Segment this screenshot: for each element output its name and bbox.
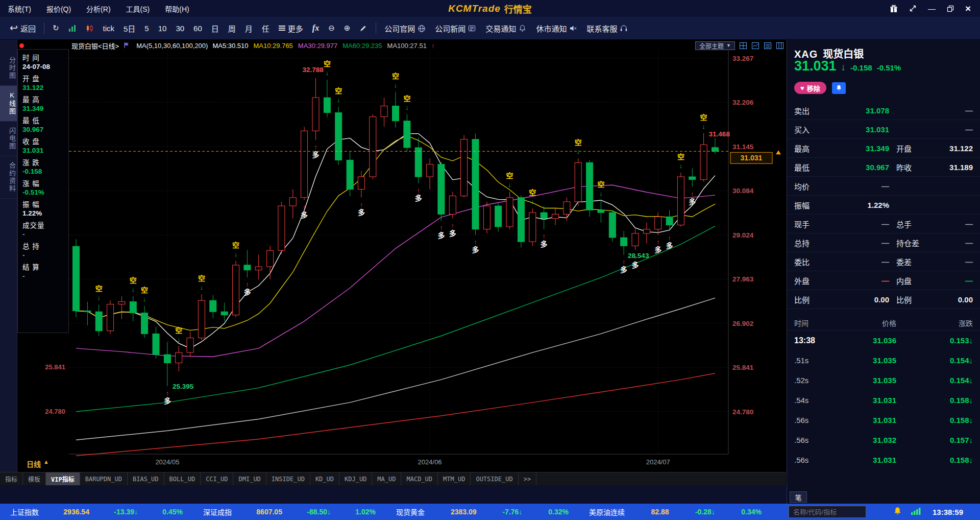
tick-price: 31.032 — [835, 436, 896, 444]
columns-pane-icon[interactable] — [776, 42, 784, 50]
menu-item-0[interactable]: 系统(T) — [0, 0, 39, 17]
indicator-tab-2[interactable]: VIP指标 — [46, 472, 80, 485]
more-button[interactable]: 更多 — [274, 21, 308, 36]
bar-chart-button[interactable] — [64, 22, 81, 34]
ma-value-0: MA5:30.510 — [212, 42, 248, 50]
period-button-0[interactable]: tick — [99, 21, 119, 36]
zoom-in-button[interactable]: ⊕ — [339, 21, 355, 35]
trade-notice-link[interactable]: 交易通知 — [481, 21, 531, 36]
tick-row-5: .56s31.0320.157↓ — [787, 430, 980, 450]
period-button-6[interactable]: 日 — [207, 21, 224, 36]
support-link[interactable]: 联系客服 — [582, 21, 632, 36]
period-button-1[interactable]: 5日 — [119, 21, 140, 36]
flag-icon — [124, 42, 132, 50]
period-button-2[interactable]: 5 — [140, 21, 153, 36]
indicator-tab-6[interactable]: CCI_UD — [201, 472, 233, 485]
indicator-tab-14[interactable]: OUTSIDE_UD — [471, 472, 518, 485]
index-quote-2[interactable]: 现货黄金2383.09-7.76↓0.32% — [386, 507, 579, 517]
indicator-tab-4[interactable]: BIAS_UD — [128, 472, 164, 485]
candlestick-chart-area[interactable]: 33.26732.20631.14530.08429.02427.96326.9… — [69, 51, 786, 472]
quote-row-value2: — — [932, 257, 973, 266]
list-pane-icon[interactable] — [764, 42, 772, 50]
ma-value-2: MA30:29.977 — [298, 42, 337, 50]
back-button[interactable]: ↩ 返回 — [5, 21, 40, 36]
info-label: 涨 跌 — [22, 157, 64, 167]
chart-pane-icon[interactable] — [751, 42, 760, 50]
minimize-button[interactable]: — — [928, 4, 936, 13]
sidebar-tab-1[interactable]: K线图 — [0, 86, 17, 122]
tick-row-4: .56s31.0310.158↓ — [787, 410, 980, 430]
tick-time: .56s — [794, 416, 835, 424]
period-button-9[interactable]: 任 — [257, 21, 274, 36]
period-button-4[interactable]: 30 — [171, 21, 189, 36]
tick-detail-tab[interactable]: 笔 — [790, 491, 807, 503]
svg-text:多: 多 — [620, 266, 627, 274]
index-change: -88.50↓ — [307, 508, 331, 516]
formula-button[interactable]: fx — [308, 21, 324, 35]
connection-signal-icon — [911, 507, 922, 517]
pencil-icon — [359, 25, 368, 32]
resize-arrows-icon[interactable] — [909, 5, 917, 12]
indicator-tab-5[interactable]: BOLL_UD — [164, 472, 201, 485]
period-button-7[interactable]: 周 — [224, 21, 240, 36]
quote-row-label: 现手 — [794, 219, 824, 229]
price-alert-button[interactable] — [832, 82, 846, 94]
index-quote-1[interactable]: 深证成指8607.05-88.50↓1.02% — [193, 507, 386, 517]
menu-item-4[interactable]: 帮助(H) — [157, 0, 197, 17]
indicator-tab-0[interactable]: 指标 — [0, 472, 23, 485]
price-down-arrow: ↓ — [841, 62, 846, 73]
indicator-tab-8[interactable]: INSIDE_UD — [266, 472, 310, 485]
index-change-pct: 0.34% — [741, 508, 762, 516]
period-corner[interactable]: 日线 ▲ — [27, 459, 49, 469]
quote-row-label: 买入 — [794, 124, 824, 135]
sidebar-tab-2[interactable]: 闪电图 — [0, 122, 17, 156]
zoom-out-button[interactable]: ⊖ — [324, 21, 339, 35]
indicator-tab-10[interactable]: KDJ_UD — [339, 472, 372, 485]
indicator-tab-13[interactable]: MTM_UD — [438, 472, 471, 485]
indicator-tab-7[interactable]: DMI_UD — [233, 472, 266, 485]
period-button-8[interactable]: 月 — [240, 21, 257, 36]
website-link[interactable]: 公司官网 — [380, 21, 430, 36]
symbol-search-input[interactable] — [789, 506, 866, 518]
indicator-tab-11[interactable]: MA_UD — [372, 472, 401, 485]
quote-row-value2: — — [932, 276, 973, 285]
quote-row-8: 委比—委差— — [787, 252, 980, 271]
index-quote-3[interactable]: 美原油连续82.88-0.28↓0.34% — [579, 507, 772, 517]
news-icon — [468, 25, 476, 32]
remove-favorite-button[interactable]: ♥ 移除 — [794, 82, 826, 94]
menu-item-1[interactable]: 报价(Q) — [39, 0, 79, 17]
candle-chart-button[interactable] — [81, 22, 99, 34]
indicator-tab-15[interactable]: >> — [519, 472, 536, 485]
sidebar-tab-3[interactable]: 合约资料 — [0, 156, 17, 199]
menu-item-3[interactable]: 工具(S) — [118, 0, 158, 17]
market-close-notice-link[interactable]: 休市通知 — [531, 21, 582, 36]
split-grid-icon[interactable] — [739, 42, 747, 50]
index-quote-0[interactable]: 上证指数2936.54-13.39↓0.45% — [0, 507, 193, 517]
notification-bell-icon[interactable] — [893, 507, 902, 516]
sidebar-tab-0[interactable]: 分时图 — [0, 51, 17, 86]
candlestick-chart[interactable]: 33.26732.20631.14530.08429.02427.96326.9… — [69, 51, 786, 472]
news-link[interactable]: 公司新闻 — [430, 21, 481, 36]
left-axis-label: 24.780 — [32, 408, 65, 415]
refresh-button[interactable]: ↻ — [48, 21, 64, 35]
svg-text:↑: ↑ — [668, 234, 671, 242]
draw-button[interactable] — [355, 22, 372, 34]
svg-text:多: 多 — [449, 229, 456, 238]
close-button[interactable]: × — [965, 3, 971, 14]
indicator-tab-12[interactable]: MACD_UD — [401, 472, 438, 485]
indicator-tab-3[interactable]: BARUPDN_UD — [80, 472, 128, 485]
indicator-tab-9[interactable]: KD_UD — [310, 472, 339, 485]
indicator-tab-1[interactable]: 模板 — [23, 472, 46, 485]
period-button-3[interactable]: 10 — [154, 21, 172, 36]
quote-row-label2: 开盘 — [889, 143, 932, 154]
current-price-line: 31.031 — [69, 150, 781, 163]
tick-col-change: 涨跌 — [896, 318, 973, 328]
svg-text:↓: ↓ — [599, 190, 603, 197]
quote-row-7: 总持—持仓差— — [787, 233, 980, 252]
svg-text:空: 空 — [198, 274, 205, 282]
theme-selector[interactable]: 全部主题 ▼ — [695, 41, 735, 50]
period-button-5[interactable]: 60 — [189, 21, 207, 36]
maximize-button[interactable] — [947, 5, 954, 12]
menu-item-2[interactable]: 分析(R) — [79, 0, 118, 17]
gift-icon[interactable] — [890, 5, 898, 13]
